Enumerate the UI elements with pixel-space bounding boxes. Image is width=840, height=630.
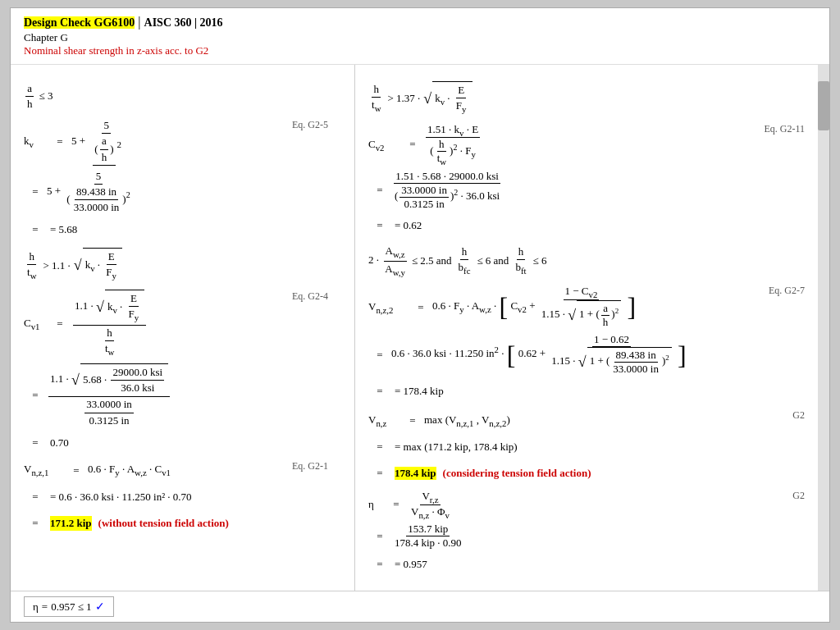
checkmark-icon: ✓: [95, 600, 105, 614]
ah-leq: ≤ 3: [39, 89, 53, 103]
vn1-calc-line: = = 0.6 · 36.0 ksi · 11.250 in² · 0.70: [24, 486, 341, 509]
vnz-result-value: 178.4 kip: [395, 467, 436, 480]
check-eq-sign: =: [42, 600, 48, 614]
ah-fraction: a h: [24, 81, 36, 112]
vn2-block: Eq. G2-7 Vn,z,2 = 0.6 · Fy · Aw,z · [ Cv…: [368, 285, 805, 403]
vn2-label: Vn,z,2: [368, 300, 409, 315]
check-result: η = 0.957 ≤ 1 ✓: [24, 596, 114, 617]
vn1-result-text: (without tension field action): [98, 516, 229, 531]
E-Fy-frac: E Fy: [104, 249, 118, 282]
vnz-result-text: (considering tension field action): [443, 467, 591, 480]
kv-calc-frac: 5 ( 89.438 in 33.0000 in )2: [65, 169, 131, 216]
kv-result: = 5.68: [50, 222, 77, 237]
vn1-label: Vn,z,1: [24, 462, 65, 479]
check-value: 0.957 ≤ 1: [51, 600, 91, 614]
sqrt-kv-E-Fy: √ kv · E Fy: [74, 248, 122, 283]
eta-frac: Vr,z Vn,z · Φv: [409, 490, 451, 519]
cv2-calc-line: = 1.51 · 5.68 · 29000.0 ksi ( 33.0000 in…: [368, 170, 805, 211]
cv2-label: Cv2: [368, 138, 401, 153]
cv1-calc-frac: 1.1 · √ 5.68 · 29000.0 ksi 36.0 ksi: [48, 363, 170, 428]
eta-calc-line: = 153.7 kip 178.4 kip · 0.90: [368, 523, 805, 550]
vn2-line1: Vn,z,2 = 0.6 · Fy · Aw,z · [ Cv2 + 1 − C…: [368, 285, 805, 330]
cv2-result: = 0.62: [395, 219, 422, 232]
kv-frac: 5 (ah) 2: [89, 118, 123, 166]
condition-ah: a h ≤ 3: [24, 81, 341, 112]
right-panel: h tw > 1.37 · √ kv · E Fy: [355, 65, 829, 591]
vnz-block: G2 Vn,z = max (Vn,z,1 , Vn,z,2) = = max …: [368, 409, 805, 485]
vn1-block: Eq. G2-1 Vn,z,1 = 0.6 · Fy · Aw,z · Cv1 …: [24, 459, 341, 535]
eta-result-line: = = 0.957: [368, 553, 805, 576]
vnz-line1: Vn,z = max (Vn,z,1 , Vn,z,2): [368, 409, 805, 432]
vn1-result-line: = 171.2 kip (without tension field actio…: [24, 512, 341, 535]
vn2-calc-line: = 0.6 · 36.0 ksi · 11.250 in2 · [ 0.62 +…: [368, 333, 805, 377]
kv-calc: 5 + 5 ( 89.438 in 33.0000 in )2: [47, 169, 134, 216]
cv1-label: Cv1: [24, 316, 48, 333]
cv2-main-frac: 1.51 · kv · E ( h tw )2 · Fy: [426, 123, 480, 167]
vnz-label: Vn,z: [368, 413, 401, 428]
eta-block: G2 η = Vr,z Vn,z · Φv = 153.7 kip 178.4 …: [368, 490, 805, 576]
scroll-thumb[interactable]: [818, 81, 829, 130]
kv-block: Eq. G2-5 kv = 5 + 5 (ah): [24, 118, 341, 241]
cv2-calc-frac: 1.51 · 5.68 · 29000.0 ksi ( 33.0000 in 0…: [393, 170, 501, 211]
cv2-line1: Cv2 = 1.51 · kv · E ( h tw )2 · Fy: [368, 123, 805, 167]
kv-inner-frac: (ah): [93, 134, 115, 165]
eta-g2-label: G2: [792, 490, 805, 502]
tension-condition-line: 2 · Aw,z Aw,y ≤ 2.5 and h bfc ≤ 6 and: [368, 244, 805, 279]
main-content: a h ≤ 3 Eq. G2-5 kv = 5 + 5: [11, 65, 829, 591]
vn2-result: = 178.4 kip: [395, 385, 444, 398]
chapter-title: Chapter G: [24, 31, 816, 44]
cv2-block: Eq. G2-11 Cv2 = 1.51 · kv · E ( h tw )2 …: [368, 123, 805, 237]
right-scrollbar[interactable]: [818, 65, 829, 591]
hw-frac: h tw: [25, 249, 38, 282]
right-hw-line: h tw > 1.37 · √ kv · E Fy: [368, 81, 805, 116]
cv1-eq-label: Eq. G2-4: [292, 290, 328, 304]
cv1-result-line: = 0.70: [24, 431, 341, 454]
kv-eq-sign2: =: [24, 185, 47, 199]
eta-result: = 0.957: [395, 558, 427, 571]
vn2-result-line: = = 178.4 kip: [368, 380, 805, 403]
cv1-block: Eq. G2-4 Cv1 = 1.1 · √ kv ·: [24, 290, 341, 454]
page-container: Design Check GG6100 | AISC 360 | 2016 Ch…: [10, 7, 830, 623]
cv2-eq-label: Eq. G2-11: [764, 123, 805, 135]
eta-label: η: [368, 498, 385, 511]
title-bar: Design Check GG6100 | AISC 360 | 2016 Ch…: [11, 8, 829, 65]
tension-condition-block: 2 · Aw,z Aw,y ≤ 2.5 and h bfc ≤ 6 and: [368, 244, 805, 279]
kv-label: kv: [24, 134, 48, 151]
vn1-result-value: 171.2 kip: [50, 516, 92, 531]
right-hw-frac: h tw: [370, 82, 382, 115]
check-eta-label: η: [33, 600, 39, 614]
bottom-bar: η = 0.957 ≤ 1 ✓: [11, 591, 829, 622]
ah-frac: a h: [25, 81, 34, 112]
cv1-frac: 1.1 · √ kv · E Fy: [73, 290, 146, 358]
separator: |: [135, 15, 144, 29]
cv1-result: 0.70: [50, 436, 69, 450]
vnz-calc: = max (171.2 kip, 178.4 kip): [395, 441, 518, 454]
right-hw-condition: h tw > 1.37 · √ kv · E Fy: [368, 81, 805, 116]
kv-eq-label: Eq. G2-5: [292, 118, 328, 132]
vnz-calc-line: = = max (171.2 kip, 178.4 kip): [368, 436, 805, 459]
cv2-result-line: = = 0.62: [368, 214, 805, 237]
vn1-calc: = 0.6 · 36.0 ksi · 11.250 in² · 0.70: [50, 490, 192, 504]
vnz-result-line: = 178.4 kip (considering tension field a…: [368, 462, 805, 485]
vn1-eq: 0.6 · Fy · Aw,z · Cv1: [88, 462, 171, 479]
chapter-subtitle: Nominal shear strength in z-axis acc. to…: [24, 44, 816, 57]
kv-expr: 5 + 5 (ah) 2: [71, 118, 125, 166]
left-panel: a h ≤ 3 Eq. G2-5 kv = 5 + 5: [11, 65, 355, 591]
cv1-calc-line: = 1.1 · √ 5.68 · 29000.0 ksi 36.0 ksi: [24, 363, 341, 428]
kv-eq-sign: =: [48, 135, 71, 149]
title-highlight: Design Check GG6100: [24, 16, 135, 29]
eta-calc-frac: 153.7 kip 178.4 kip · 0.90: [393, 523, 463, 550]
vnz-g2-label: G2: [792, 409, 805, 422]
hw-condition-block: h tw > 1.1 · √ kv · E Fy: [24, 248, 341, 283]
kv-line2: = 5 + 5 ( 89.438 in 33.0000 in )2: [24, 169, 341, 216]
kv-result-line: = = 5.68: [24, 218, 341, 241]
standard: AISC 360 | 2016: [144, 16, 223, 29]
ah-condition-line: a h ≤ 3: [24, 81, 341, 112]
vnz-max-eq: max (Vn,z,1 , Vn,z,2): [424, 413, 510, 428]
hw-condition-line: h tw > 1.1 · √ kv · E Fy: [24, 248, 341, 283]
eta-line1: η = Vr,z Vn,z · Φv: [368, 490, 805, 519]
vn1-eq-label: Eq. G2-1: [292, 459, 328, 473]
vn2-eq-label: Eq. G2-7: [769, 285, 805, 297]
